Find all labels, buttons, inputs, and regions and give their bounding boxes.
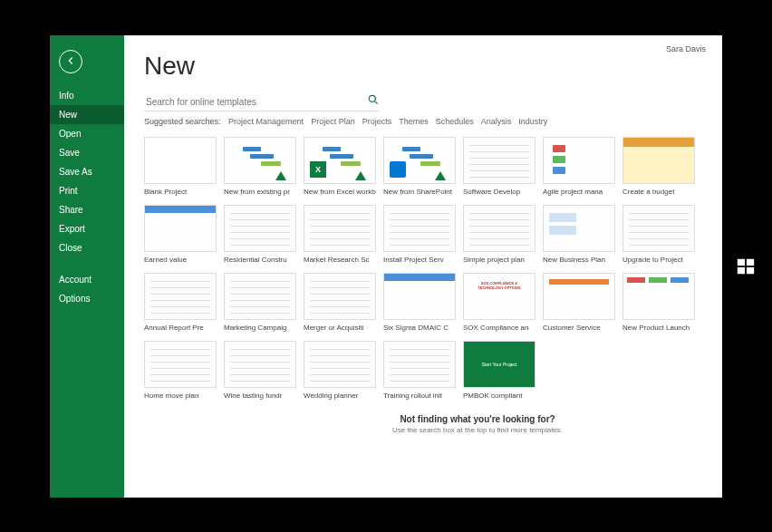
- template-label: Software Develop: [463, 188, 536, 196]
- nav-item-open[interactable]: Open: [50, 124, 124, 143]
- suggested-link[interactable]: Project Management: [228, 117, 304, 126]
- template-thumbnail: [543, 273, 615, 320]
- template-thumbnail: [463, 205, 536, 252]
- nav-item-new[interactable]: New: [50, 105, 124, 124]
- template-label: Blank Project: [144, 188, 217, 196]
- template-thumbnail: SOX COMPLIANCE &TECHNOLOGY OPTIONS: [463, 273, 536, 320]
- template-thumbnail: [304, 341, 376, 388]
- nav-item-export[interactable]: Export: [50, 219, 124, 238]
- template-tile[interactable]: Marketing Campaig: [224, 273, 296, 332]
- suggested-link[interactable]: Industry: [518, 117, 547, 126]
- suggested-link[interactable]: Project Plan: [311, 117, 355, 126]
- template-tile[interactable]: Training rollout init: [383, 341, 456, 400]
- template-tile[interactable]: XNew from Excel workb: [304, 137, 376, 196]
- template-tile[interactable]: Market Research Sc: [304, 205, 376, 264]
- svg-point-0: [369, 95, 375, 102]
- template-tile[interactable]: New from SharePoint: [383, 137, 456, 196]
- template-tile[interactable]: Create a budget: [622, 137, 695, 196]
- template-thumbnail: [304, 273, 376, 320]
- template-label: Agile project mana: [543, 188, 615, 196]
- windows-icon: [736, 264, 756, 279]
- template-label: Training rollout init: [383, 392, 456, 400]
- template-tile[interactable]: New Business Plan: [543, 205, 615, 264]
- template-tile[interactable]: Merger or Acquisiti: [304, 273, 376, 332]
- suggested-link[interactable]: Themes: [399, 117, 429, 126]
- suggested-searches: Suggested searches: Project ManagementPr…: [144, 117, 702, 126]
- template-label: Annual Report Pre: [144, 324, 217, 332]
- template-tile[interactable]: Home move plan: [144, 341, 217, 400]
- nav-item-print[interactable]: Print: [50, 181, 124, 200]
- template-label: Install Project Serv: [383, 256, 456, 264]
- template-tile[interactable]: Install Project Serv: [383, 205, 456, 264]
- template-thumbnail: [383, 205, 456, 252]
- template-label: Wedding planner: [304, 392, 376, 400]
- svg-rect-2: [738, 258, 745, 265]
- search-icon[interactable]: [367, 93, 380, 110]
- template-tile[interactable]: New Product Launch: [622, 273, 695, 332]
- template-thumbnail: [463, 137, 536, 184]
- template-label: New from existing pr: [224, 188, 296, 196]
- template-label: New Business Plan: [543, 256, 615, 264]
- template-thumbnail: [383, 137, 456, 184]
- template-tile[interactable]: Software Develop: [463, 137, 536, 196]
- template-thumbnail: X: [304, 137, 376, 184]
- template-tile[interactable]: Simple project plan: [463, 205, 536, 264]
- template-label: New Product Launch: [622, 324, 695, 332]
- template-tile[interactable]: Agile project mana: [543, 137, 615, 196]
- footer-line2: Use the search box at the top to find mo…: [253, 426, 702, 434]
- template-label: Residential Constru: [224, 256, 296, 264]
- template-tile[interactable]: New from existing pr: [224, 137, 296, 196]
- template-tile[interactable]: SOX COMPLIANCE &TECHNOLOGY OPTIONSSOX Co…: [463, 273, 536, 332]
- template-label: Home move plan: [144, 392, 217, 400]
- nav-item-save-as[interactable]: Save As: [50, 162, 124, 181]
- nav-item-account[interactable]: Account: [50, 270, 124, 289]
- template-thumbnail: [622, 205, 695, 252]
- template-label: Upgrade to Project: [622, 256, 695, 264]
- back-button[interactable]: [59, 50, 82, 73]
- search-input[interactable]: [144, 93, 367, 111]
- template-label: Market Research Sc: [304, 256, 376, 264]
- template-label: Merger or Acquisiti: [304, 324, 376, 332]
- main-panel: Sara Davis New Suggested searches: Proje…: [124, 35, 722, 498]
- template-tile[interactable]: Start Your ProjectPMBOK compliant: [463, 341, 536, 400]
- template-label: Marketing Campaig: [224, 324, 296, 332]
- template-thumbnail: [224, 341, 296, 388]
- template-tile[interactable]: Annual Report Pre: [144, 273, 217, 332]
- nav-item-close[interactable]: Close: [50, 238, 124, 257]
- suggested-link[interactable]: Schedules: [436, 117, 474, 126]
- nav-item-save[interactable]: Save: [50, 143, 124, 162]
- page-title: New: [144, 52, 702, 81]
- template-tile[interactable]: Earned value: [144, 205, 217, 264]
- template-thumbnail: [224, 205, 296, 252]
- template-thumbnail: [543, 137, 615, 184]
- template-tile[interactable]: Six Sigma DMAIC C: [383, 273, 456, 332]
- user-name[interactable]: Sara Davis: [666, 44, 706, 53]
- suggested-link[interactable]: Projects: [362, 117, 392, 126]
- windows-button[interactable]: [736, 256, 756, 276]
- search-box[interactable]: [144, 93, 380, 111]
- template-label: SOX Compliance an: [463, 324, 536, 332]
- template-thumbnail: [622, 273, 695, 320]
- template-grid: Blank ProjectNew from existing prXNew fr…: [144, 137, 702, 400]
- template-tile[interactable]: Blank Project: [144, 137, 217, 196]
- template-tile[interactable]: Wine tasting fundr: [224, 341, 296, 400]
- template-tile[interactable]: Upgrade to Project: [622, 205, 695, 264]
- template-label: Earned value: [144, 256, 217, 264]
- nav-item-options[interactable]: Options: [50, 289, 124, 308]
- template-label: Simple project plan: [463, 256, 536, 264]
- template-thumbnail: [224, 137, 296, 184]
- template-tile[interactable]: Wedding planner: [304, 341, 376, 400]
- nav-item-info[interactable]: Info: [50, 86, 124, 105]
- template-thumbnail: [622, 137, 695, 184]
- footer-line1: Not finding what you're looking for?: [253, 414, 702, 424]
- template-label: Wine tasting fundr: [224, 392, 296, 400]
- template-label: PMBOK compliant: [463, 392, 536, 400]
- nav-item-share[interactable]: Share: [50, 200, 124, 219]
- template-thumbnail: [144, 273, 217, 320]
- suggested-link[interactable]: Analysis: [481, 117, 512, 126]
- template-tile[interactable]: Customer Service: [543, 273, 615, 332]
- template-label: New from SharePoint: [383, 188, 456, 196]
- tablet-frame: InfoNewOpenSaveSave AsPrintShareExportCl…: [0, 0, 772, 532]
- svg-line-1: [374, 101, 377, 103]
- template-tile[interactable]: Residential Constru: [224, 205, 296, 264]
